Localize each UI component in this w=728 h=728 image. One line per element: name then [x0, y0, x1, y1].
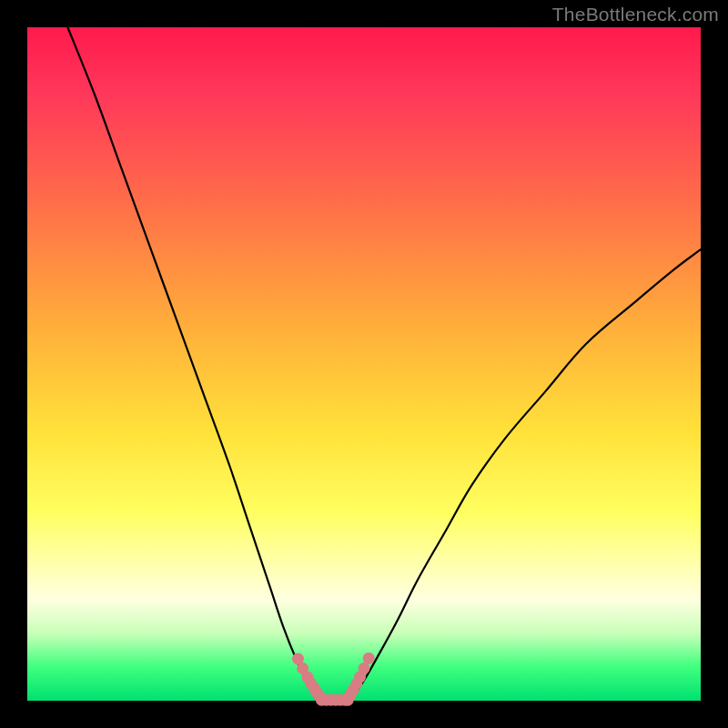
left-curve [67, 27, 317, 701]
watermark-text: TheBottleneck.com [552, 4, 719, 25]
scatter-markers-right-dot [363, 652, 375, 664]
plot-area [27, 27, 701, 701]
scatter-markers-right-dot [359, 662, 370, 674]
chart-frame: TheBottleneck.com [0, 0, 728, 728]
valley-floor-dot [342, 694, 354, 706]
chart-svg [27, 27, 701, 701]
right-curve [350, 249, 701, 701]
